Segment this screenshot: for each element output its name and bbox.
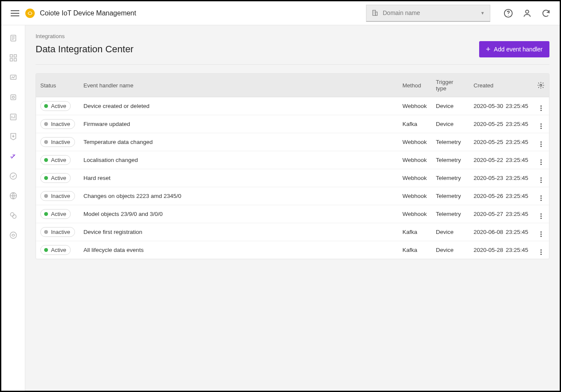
handler-method: Webhook <box>398 133 432 151</box>
sidebar-analytics-icon[interactable] <box>8 112 18 122</box>
handler-trigger: Device <box>432 97 469 115</box>
table-row[interactable]: ActiveAll lifecycle data eventsKafkaDevi… <box>36 241 549 259</box>
handler-created: 2020-05-3023:25:45 <box>469 97 533 115</box>
row-actions-menu-icon[interactable] <box>540 105 542 111</box>
row-actions-menu-icon[interactable] <box>540 159 542 165</box>
svg-point-18 <box>10 232 16 239</box>
status-label: Active <box>51 157 66 163</box>
add-event-handler-button[interactable]: + Add event handler <box>479 41 549 57</box>
help-icon[interactable] <box>503 8 513 18</box>
handler-method: Webhook <box>398 205 432 223</box>
sidebar-devices-icon[interactable] <box>8 33 18 43</box>
sidebar-settings-icon[interactable] <box>8 230 18 240</box>
handler-trigger: Telemetry <box>432 151 469 169</box>
status-label: Inactive <box>51 121 70 127</box>
table-row[interactable]: ActiveHard resetWebhookTelemetry2020-05-… <box>36 169 549 187</box>
handler-name: Device created or deleted <box>79 97 398 115</box>
handler-trigger: Device <box>432 241 469 259</box>
domain-select[interactable]: Domain name ▼ <box>366 5 490 22</box>
breadcrumb: Integrations <box>36 33 549 39</box>
svg-rect-6 <box>10 55 12 57</box>
status-dot-active-icon <box>44 212 48 216</box>
handler-method: Kafka <box>398 241 432 259</box>
status-label: Inactive <box>51 139 70 145</box>
table-row[interactable]: ActiveModel objects 23/9/0 and 3/0/0Webh… <box>36 205 549 223</box>
status-label: Active <box>51 175 66 181</box>
account-icon[interactable] <box>522 8 532 18</box>
col-name-header[interactable]: Event handler name <box>79 74 398 97</box>
table-row[interactable]: InactiveTemperature data changedWebhookT… <box>36 133 549 151</box>
handler-created: 2020-05-2523:25:45 <box>469 115 533 133</box>
status-label: Inactive <box>51 193 70 199</box>
status-pill: Active <box>40 209 71 219</box>
sidebar-config-icon[interactable] <box>8 92 18 102</box>
handler-created: 2020-05-2623:25:45 <box>469 187 533 205</box>
row-actions-menu-icon[interactable] <box>540 123 542 129</box>
table-row[interactable]: InactiveChanges on objects 2223 amd 2345… <box>36 187 549 205</box>
handler-method: Kafka <box>398 223 432 241</box>
handler-created: 2020-05-2323:25:45 <box>469 169 533 187</box>
status-label: Inactive <box>51 229 70 235</box>
handler-method: Kafka <box>398 115 432 133</box>
sidebar-monitoring-icon[interactable] <box>8 72 18 83</box>
status-dot-inactive-icon <box>44 230 48 234</box>
table-row[interactable]: InactiveFirmware updatedKafkaDevice2020-… <box>36 115 549 133</box>
handler-created: 2020-05-2823:25:45 <box>469 241 533 259</box>
svg-rect-7 <box>14 55 16 57</box>
row-actions-menu-icon[interactable] <box>540 195 542 201</box>
svg-rect-1 <box>375 12 377 15</box>
sidebar-integrations-icon[interactable] <box>8 151 18 162</box>
status-dot-inactive-icon <box>44 194 48 198</box>
col-created-header[interactable]: Created <box>469 74 533 97</box>
app-logo-icon <box>25 9 35 18</box>
sidebar-download-icon[interactable] <box>8 132 18 142</box>
row-actions-menu-icon[interactable] <box>540 141 542 147</box>
svg-point-16 <box>10 212 14 216</box>
sidebar <box>1 25 25 391</box>
table-row[interactable]: ActiveLocalisation changedWebhookTelemet… <box>36 151 549 169</box>
col-status-header[interactable]: Status <box>36 74 79 97</box>
refresh-icon[interactable] <box>541 8 551 18</box>
svg-point-19 <box>540 84 542 87</box>
status-pill: Active <box>40 245 71 255</box>
sidebar-globe-icon[interactable] <box>8 191 18 201</box>
handler-name: Localisation changed <box>79 151 398 169</box>
plus-icon: + <box>486 45 491 53</box>
svg-point-11 <box>12 96 14 99</box>
svg-point-17 <box>12 215 16 218</box>
table-row[interactable]: ActiveDevice created or deletedWebhookDe… <box>36 97 549 115</box>
row-actions-menu-icon[interactable] <box>540 231 542 237</box>
status-dot-active-icon <box>44 104 48 108</box>
handler-created: 2020-05-2223:25:45 <box>469 151 533 169</box>
table-settings-icon[interactable] <box>533 74 549 97</box>
status-pill: Inactive <box>40 227 75 237</box>
status-pill: Active <box>40 173 71 183</box>
page-title: Data Integration Center <box>36 44 134 55</box>
col-trigger-header[interactable]: Trigger type <box>432 74 469 97</box>
main-content: Integrations Data Integration Center + A… <box>25 25 560 391</box>
sidebar-link-icon[interactable] <box>8 210 18 221</box>
handler-name: Changes on objects 2223 amd 2345/0 <box>79 187 398 205</box>
svg-rect-12 <box>11 95 16 100</box>
menu-icon[interactable] <box>10 8 20 18</box>
handler-method: Webhook <box>398 151 432 169</box>
col-method-header[interactable]: Method <box>398 74 432 97</box>
handler-method: Webhook <box>398 187 432 205</box>
row-actions-menu-icon[interactable] <box>540 249 542 255</box>
status-label: Active <box>51 211 66 217</box>
table-row[interactable]: InactiveDevice first registrationKafkaDe… <box>36 223 549 241</box>
row-actions-menu-icon[interactable] <box>540 213 542 219</box>
event-handlers-table: Status Event handler name Method Trigger… <box>36 73 549 259</box>
svg-rect-9 <box>14 59 16 61</box>
handler-trigger: Telemetry <box>432 169 469 187</box>
handler-name: Hard reset <box>79 169 398 187</box>
status-pill: Inactive <box>40 119 75 129</box>
sidebar-tasks-icon[interactable] <box>8 171 18 181</box>
handler-trigger: Device <box>432 223 469 241</box>
status-dot-active-icon <box>44 248 48 252</box>
row-actions-menu-icon[interactable] <box>540 177 542 183</box>
status-dot-inactive-icon <box>44 140 48 144</box>
handler-created: 2020-06-0823:25:45 <box>469 223 533 241</box>
sidebar-groups-icon[interactable] <box>8 53 18 63</box>
chevron-down-icon: ▼ <box>480 11 485 15</box>
